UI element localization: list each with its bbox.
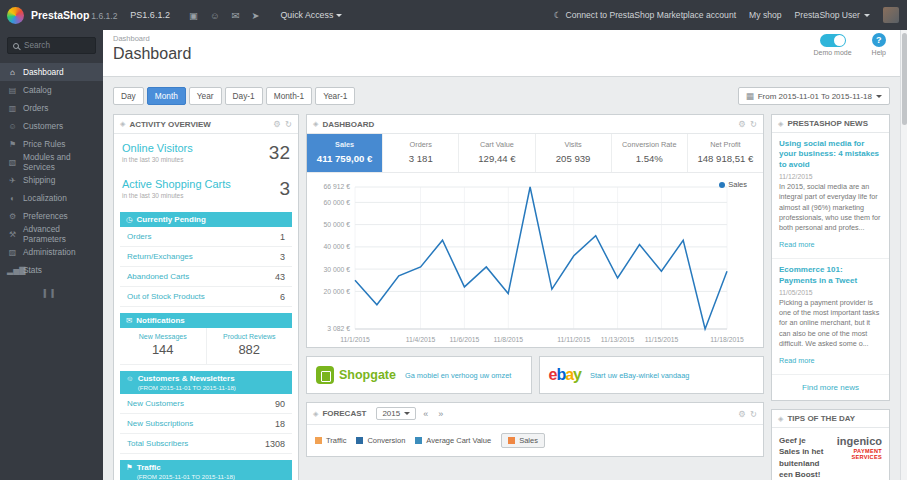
legend-toggle-conversion[interactable]: Conversion bbox=[356, 436, 405, 445]
date-toolbar: Day Month Year Day-1 Month-1 Year-1 ▦ Fr… bbox=[103, 77, 900, 114]
total-subscribers-row[interactable]: Total Subscribers1308 bbox=[120, 434, 292, 454]
find-more-news-link[interactable]: Find more news bbox=[772, 375, 889, 400]
sidebar-item-advanced-parameters[interactable]: ⚒Advanced Parameters bbox=[0, 225, 103, 243]
sidebar-item-customers[interactable]: ☺Customers bbox=[0, 117, 103, 135]
scrollbar-thumb[interactable] bbox=[902, 33, 907, 125]
marketplace-link[interactable]: ☾Connect to PrestaShop Marketplace accou… bbox=[554, 10, 736, 20]
kpi-sales[interactable]: Sales 411 759,00 € bbox=[307, 134, 383, 172]
brand-version: 1.6.1.2 bbox=[91, 11, 117, 21]
tab-day[interactable]: Day bbox=[113, 87, 144, 105]
activity-panel-icon: ◈ bbox=[120, 120, 125, 128]
new-customers-row[interactable]: New Customers90 bbox=[120, 394, 292, 414]
customers-icon: ☺ bbox=[7, 122, 18, 131]
article-title-link[interactable]: Using social media for your business: 4 … bbox=[779, 139, 882, 170]
chevron-down-icon bbox=[864, 14, 870, 17]
sidebar-item-label: Price Rules bbox=[23, 139, 65, 149]
user-menu[interactable]: PrestaShop User bbox=[795, 10, 870, 20]
sidebar-item-shipping[interactable]: ✈Shipping bbox=[0, 171, 103, 189]
abandoned-carts-row[interactable]: Abandoned Carts43 bbox=[120, 267, 292, 287]
sidebar: Search ⌂Dashboard ▤Catalog ▥Orders ☺Cust… bbox=[0, 30, 103, 480]
tab-year[interactable]: Year bbox=[189, 87, 222, 105]
legend-toggle-traffic[interactable]: Traffic bbox=[315, 436, 346, 445]
customers-newsletters-header: ☺ Customers & Newsletters (FROM 2015-11-… bbox=[120, 371, 292, 394]
article-title-link[interactable]: Ecommerce 101: Payments in a Tweet bbox=[779, 265, 882, 286]
legend-toggle-average-cart-value[interactable]: Average Cart Value bbox=[415, 436, 491, 445]
sidebar-item-price-rules[interactable]: ⚑Price Rules bbox=[0, 135, 103, 153]
pending-orders-row[interactable]: Orders1 bbox=[120, 227, 292, 247]
read-more-link[interactable]: Read more bbox=[779, 356, 815, 365]
chevron-down-icon bbox=[404, 412, 410, 415]
launch-icon[interactable]: ➤ bbox=[252, 10, 260, 21]
sidebar-item-orders[interactable]: ▥Orders bbox=[0, 99, 103, 117]
new-messages-cell[interactable]: New Messages 144 bbox=[120, 328, 206, 364]
read-more-link[interactable]: Read more bbox=[779, 240, 815, 249]
legend-toggle-sales[interactable]: Sales bbox=[501, 433, 545, 448]
shipping-icon: ✈ bbox=[7, 176, 18, 185]
out-of-stock-row[interactable]: Out of Stock Products6 bbox=[120, 287, 292, 307]
sidebar-collapse-button[interactable]: ▍▍ bbox=[0, 289, 103, 298]
refresh-icon[interactable]: ↻ bbox=[750, 409, 757, 419]
svg-text:11/1/2015: 11/1/2015 bbox=[340, 336, 370, 343]
active-carts-stat[interactable]: Active Shopping Carts in the last 30 min… bbox=[114, 170, 298, 206]
forecast-prev-button[interactable]: « bbox=[420, 409, 431, 419]
flag-icon: ⚑ bbox=[126, 463, 133, 472]
sidebar-item-preferences[interactable]: ⚙Preferences bbox=[0, 207, 103, 225]
search-placeholder: Search bbox=[24, 41, 50, 50]
tab-month[interactable]: Month bbox=[147, 87, 186, 105]
advanced-parameters-icon: ⚒ bbox=[7, 230, 18, 239]
topbar: PrestaShop1.6.1.2 PS1.6.1.2 ▣ ☺ ✉ ➤ Quic… bbox=[0, 0, 907, 30]
gear-icon[interactable]: ⚙ bbox=[738, 409, 746, 419]
traffic-title: Traffic bbox=[137, 463, 161, 472]
forecast-year-select[interactable]: 2015 bbox=[376, 407, 416, 420]
gear-icon[interactable]: ⚙ bbox=[738, 119, 746, 129]
tab-month-1[interactable]: Month-1 bbox=[266, 87, 312, 105]
clock-icon: ◷ bbox=[126, 215, 133, 224]
sidebar-item-modules[interactable]: ▧Modules and Services bbox=[0, 153, 103, 171]
online-visitors-stat[interactable]: Online Visitors in the last 30 minutes 3… bbox=[114, 134, 298, 170]
mail-icon[interactable]: ✉ bbox=[232, 10, 240, 21]
ebay-link[interactable]: Start uw eBay-winkel vandaag bbox=[590, 371, 689, 380]
shopgate-link[interactable]: Ga mobiel en verhoog uw omzet bbox=[405, 371, 511, 380]
active-carts-sub: in the last 30 minutes bbox=[122, 192, 231, 199]
sales-line-chart: 66 912 €60 000 €50 000 €40 000 €30 000 €… bbox=[309, 175, 757, 347]
user-avatar[interactable] bbox=[883, 7, 899, 23]
new-subscriptions-row[interactable]: New Subscriptions18 bbox=[120, 414, 292, 434]
cart-icon[interactable]: ▣ bbox=[189, 10, 198, 21]
main-content: Dashboard Dashboard Demo mode ? Help Day… bbox=[103, 30, 900, 480]
sidebar-item-stats[interactable]: ▂▅▇Stats bbox=[0, 261, 103, 279]
forecast-panel-icon: ◈ bbox=[313, 410, 318, 418]
forecast-next-button[interactable]: » bbox=[435, 409, 446, 419]
svg-text:20 000 €: 20 000 € bbox=[324, 288, 351, 295]
quick-access-menu[interactable]: Quick Access bbox=[281, 10, 343, 20]
price-rules-icon: ⚑ bbox=[7, 140, 18, 149]
kpi-cart-value[interactable]: Cart Value 129,44 € bbox=[459, 134, 535, 172]
kpi-visits[interactable]: Visits 205 939 bbox=[536, 134, 612, 172]
refresh-icon[interactable]: ↻ bbox=[285, 119, 292, 129]
gear-icon[interactable]: ⚙ bbox=[273, 119, 281, 129]
sidebar-item-label: Advanced Parameters bbox=[23, 224, 96, 244]
demo-mode-toggle[interactable] bbox=[820, 34, 846, 47]
tab-day-1[interactable]: Day-1 bbox=[225, 87, 263, 105]
sidebar-item-label: Localization bbox=[23, 193, 67, 203]
tab-year-1[interactable]: Year-1 bbox=[315, 87, 355, 105]
forecast-panel: ◈ FORECAST 2015 « » ⚙ ↻ Traffic Conversi… bbox=[306, 402, 764, 457]
sidebar-search-input[interactable]: Search bbox=[7, 37, 96, 54]
article-excerpt: In 2015, social media are an integral pa… bbox=[779, 182, 882, 233]
help-icon[interactable]: ? bbox=[872, 33, 886, 47]
traffic-swatch bbox=[315, 437, 322, 444]
sidebar-item-dashboard[interactable]: ⌂Dashboard bbox=[0, 63, 103, 81]
breadcrumb: Dashboard bbox=[113, 34, 890, 43]
kpi-orders[interactable]: Orders 3 181 bbox=[383, 134, 459, 172]
sidebar-item-localization[interactable]: ◐Localization bbox=[0, 189, 103, 207]
sidebar-item-catalog[interactable]: ▤Catalog bbox=[0, 81, 103, 99]
date-range-picker[interactable]: ▦ From 2015-11-01 To 2015-11-18 bbox=[738, 87, 890, 105]
sidebar-item-administration[interactable]: ▨Administration bbox=[0, 243, 103, 261]
kpi-net-profit[interactable]: Net Profit 148 918,51 € bbox=[688, 134, 763, 172]
product-reviews-cell[interactable]: Product Reviews 882 bbox=[206, 328, 293, 364]
person-icon[interactable]: ☺ bbox=[210, 10, 220, 21]
kpi-conversion-rate[interactable]: Conversion Rate 1.54% bbox=[612, 134, 688, 172]
refresh-icon[interactable]: ↻ bbox=[750, 119, 757, 129]
my-shop-link[interactable]: My shop bbox=[749, 10, 781, 20]
svg-text:3 082 €: 3 082 € bbox=[327, 325, 350, 332]
pending-returns-row[interactable]: Return/Exchanges3 bbox=[120, 247, 292, 267]
